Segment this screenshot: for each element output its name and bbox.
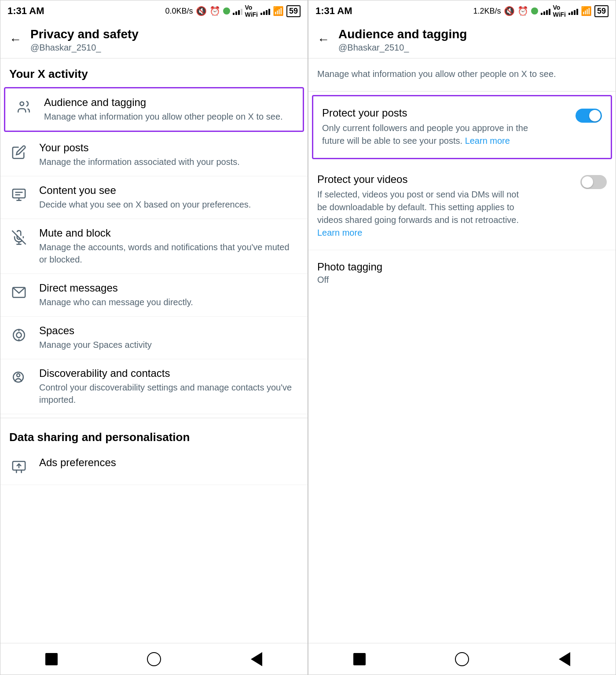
- protect-videos-desc: If selected, videos you post or send via…: [317, 188, 528, 239]
- triangle-icon-left: [251, 652, 262, 666]
- discoverability-title: Discoverability and contacts: [39, 367, 299, 379]
- battery-left: 59: [286, 5, 301, 17]
- mute-icon: [9, 228, 29, 247]
- dot-green-right: [531, 7, 538, 15]
- circle-icon-right: [455, 652, 469, 666]
- content-icon: [9, 185, 29, 204]
- left-phone: 1:31 AM 0.0KB/s 🔇 ⏰ VoWiFi: [0, 0, 308, 675]
- dm-icon: [9, 283, 29, 302]
- section-your-activity: Your X activity: [0, 58, 308, 85]
- spaces-desc: Manage your Spaces activity: [39, 339, 152, 351]
- nav-back-right[interactable]: [555, 649, 574, 669]
- back-button-right[interactable]: ←: [317, 33, 330, 47]
- bar3b: [266, 10, 268, 15]
- direct-messages-title: Direct messages: [39, 282, 193, 294]
- bar2r: [543, 11, 545, 15]
- photo-tagging-value: Off: [317, 275, 607, 285]
- vo-wifi-right: VoWiFi: [553, 4, 566, 18]
- bar2b: [263, 11, 265, 15]
- nav-square-left[interactable]: [42, 649, 61, 669]
- signal-bars-left: [233, 7, 242, 15]
- page-header-right: ← Audience and tagging @Bhaskar_2510_: [308, 22, 616, 58]
- dm-svg: [11, 285, 26, 300]
- menu-item-discoverability[interactable]: Discoverability and contacts Control you…: [0, 359, 308, 414]
- square-icon-right: [353, 653, 366, 665]
- protect-posts-title: Protect your posts: [322, 107, 533, 119]
- setting-protect-videos[interactable]: Protect your videos If selected, videos …: [308, 163, 616, 250]
- page-title-left: Privacy and safety: [30, 27, 139, 42]
- signal-bars2-left: [260, 7, 270, 15]
- bar4r: [549, 9, 550, 15]
- menu-item-mute-block[interactable]: Mute and block Manage the accounts, word…: [0, 219, 308, 274]
- mute-icon-status: 🔇: [196, 6, 207, 16]
- bar3r: [546, 10, 548, 15]
- vo-wifi-left: VoWiFi: [245, 4, 258, 18]
- wifi-symbol-right: 📶: [581, 6, 592, 16]
- protect-videos-learn-more[interactable]: Learn more: [317, 228, 362, 237]
- spaces-icon: [9, 325, 29, 345]
- bar4: [241, 9, 242, 15]
- menu-item-spaces[interactable]: Spaces Manage your Spaces activity: [0, 317, 308, 359]
- bar1b: [260, 13, 262, 15]
- nav-home-left[interactable]: [144, 649, 164, 669]
- content-svg: [11, 187, 26, 202]
- protect-posts-text: Protect your posts Only current follower…: [322, 107, 533, 147]
- header-text-right: Audience and tagging @Bhaskar_2510_: [338, 27, 467, 53]
- mute-block-desc: Manage the accounts, words and notificat…: [39, 241, 299, 266]
- protect-videos-title: Protect your videos: [317, 173, 528, 186]
- spaces-title: Spaces: [39, 325, 152, 337]
- nav-square-right[interactable]: [350, 649, 369, 669]
- protect-videos-toggle-knob: [582, 176, 593, 188]
- protect-posts-toggle-knob: [589, 110, 601, 121]
- svg-rect-1: [13, 189, 25, 198]
- nav-home-right[interactable]: [452, 649, 472, 669]
- audience-svg: [16, 99, 31, 114]
- bar1r2: [568, 13, 570, 15]
- status-bar-left: 1:31 AM 0.0KB/s 🔇 ⏰ VoWiFi: [0, 0, 308, 22]
- page-subtitle-right: @Bhaskar_2510_: [338, 43, 467, 53]
- left-content: Your X activity Audience and tagging Man…: [0, 58, 308, 675]
- wifi-symbol-left: 📶: [273, 6, 284, 16]
- battery-right: 59: [594, 5, 609, 17]
- menu-item-your-posts[interactable]: Your posts Manage the information associ…: [0, 134, 308, 176]
- right-phone: 1:31 AM 1.2KB/s 🔇 ⏰ VoWiFi: [308, 0, 616, 675]
- panel-description: Manage what information you allow other …: [308, 58, 616, 91]
- bar4b: [268, 9, 270, 15]
- bar4r2: [576, 9, 578, 15]
- section-data-sharing: Data sharing and personalisation: [0, 422, 308, 449]
- audience-icon: [14, 97, 33, 117]
- svg-point-0: [20, 102, 24, 106]
- content-you-see-desc: Decide what you see on X based on your p…: [39, 198, 251, 211]
- mute-icon-status-right: 🔇: [504, 6, 515, 16]
- status-bar-right: 1:31 AM 1.2KB/s 🔇 ⏰ VoWiFi: [308, 0, 616, 22]
- setting-protect-posts[interactable]: Protect your posts Only current follower…: [312, 95, 612, 159]
- your-posts-content: Your posts Manage the information associ…: [39, 142, 240, 168]
- bar1r: [541, 13, 543, 15]
- nav-back-left[interactable]: [247, 649, 266, 669]
- protect-posts-toggle[interactable]: [576, 109, 602, 123]
- status-icons-left: 0.0KB/s 🔇 ⏰ VoWiFi 📶 59: [165, 4, 301, 18]
- back-button-left[interactable]: ←: [9, 33, 22, 47]
- menu-item-direct-messages[interactable]: Direct messages Manage who can message y…: [0, 274, 308, 317]
- setting-photo-tagging[interactable]: Photo tagging Off: [308, 250, 616, 296]
- menu-item-audience-tagging[interactable]: Audience and tagging Manage what informa…: [4, 87, 304, 132]
- menu-item-content-you-see[interactable]: Content you see Decide what you see on X…: [0, 176, 308, 219]
- your-posts-title: Your posts: [39, 142, 240, 154]
- right-content: Manage what information you allow other …: [308, 58, 616, 675]
- discoverability-content: Discoverability and contacts Control you…: [39, 367, 299, 406]
- signal-bars2-right: [568, 7, 578, 15]
- bottom-nav-left: [0, 643, 308, 675]
- menu-item-ads[interactable]: Ads preferences: [0, 449, 308, 485]
- photo-tagging-title: Photo tagging: [317, 261, 607, 273]
- mute-block-content: Mute and block Manage the accounts, word…: [39, 227, 299, 266]
- protect-posts-learn-more[interactable]: Learn more: [465, 136, 510, 146]
- discover-svg: [11, 370, 26, 385]
- protect-videos-desc-text: If selected, videos you post or send via…: [317, 190, 519, 225]
- bar2r2: [571, 11, 573, 15]
- circle-icon-left: [147, 652, 161, 666]
- direct-messages-content: Direct messages Manage who can message y…: [39, 282, 193, 308]
- protect-videos-toggle[interactable]: [580, 175, 607, 189]
- edit-svg: [11, 145, 26, 160]
- page-subtitle-left: @Bhaskar_2510_: [30, 43, 139, 53]
- square-icon-left: [45, 653, 58, 665]
